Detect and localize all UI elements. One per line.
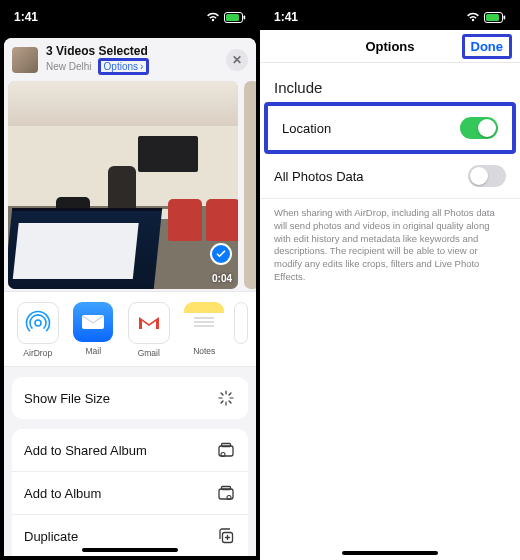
wifi-icon [466, 12, 480, 22]
options-screen: 1:41 Options Done Include Location [260, 0, 520, 560]
done-label: Done [471, 39, 504, 54]
options-navbar: Options Done [260, 30, 520, 63]
action-label: Duplicate [24, 529, 78, 544]
row-label: Location [282, 121, 331, 136]
all-photos-help-text: When sharing with AirDrop, including all… [260, 199, 520, 284]
preview-video-card[interactable]: 0:04 [8, 81, 238, 289]
location-toggle[interactable] [460, 117, 498, 139]
row-label: All Photos Data [274, 169, 364, 184]
action-label: Add to Shared Album [24, 443, 147, 458]
svg-line-12 [221, 393, 223, 395]
selection-thumbnail [12, 47, 38, 73]
share-app-gmail[interactable]: Gmail [123, 302, 175, 358]
close-icon: ✕ [232, 53, 242, 67]
svg-rect-20 [222, 487, 231, 490]
section-include-label: Include [260, 63, 520, 102]
options-link[interactable]: Options › [98, 58, 150, 75]
battery-icon [224, 12, 246, 23]
duplicate-icon [216, 526, 236, 546]
svg-line-15 [221, 401, 223, 403]
chevron-right-icon: › [140, 61, 143, 72]
svg-rect-17 [222, 444, 231, 447]
status-bar: 1:41 [260, 0, 520, 32]
row-location[interactable]: Location [264, 102, 516, 154]
app-label: Gmail [123, 348, 175, 358]
options-link-label: Options [104, 61, 138, 72]
action-list-top: Show File Size [12, 377, 248, 419]
action-add-album[interactable]: Add to Album [12, 472, 248, 515]
preview-next-card[interactable] [244, 81, 256, 289]
battery-icon [484, 12, 506, 23]
app-label: Notes [179, 346, 231, 356]
close-button[interactable]: ✕ [226, 49, 248, 71]
done-button[interactable]: Done [462, 34, 513, 59]
status-time: 1:41 [14, 10, 38, 24]
album-icon [216, 483, 236, 503]
selection-title: 3 Videos Selected [46, 44, 226, 58]
home-indicator[interactable] [82, 548, 178, 552]
status-bar: 1:41 [0, 0, 260, 32]
action-show-file-size[interactable]: Show File Size [12, 377, 248, 419]
svg-line-14 [229, 393, 231, 395]
airdrop-icon [17, 302, 59, 344]
selection-subtitle: New Delhi [46, 61, 92, 72]
share-app-airdrop[interactable]: AirDrop [12, 302, 64, 358]
wifi-icon [206, 12, 220, 22]
mail-icon [73, 302, 113, 342]
preview-strip[interactable]: 0:04 [4, 81, 256, 291]
share-app-notes[interactable]: Notes [179, 302, 231, 358]
share-header: 3 Videos Selected New Delhi Options › ✕ [4, 38, 256, 81]
selected-check-icon [210, 243, 232, 265]
svg-rect-2 [244, 15, 246, 19]
share-app-more[interactable] [234, 302, 248, 358]
svg-line-13 [229, 401, 231, 403]
all-photos-toggle[interactable] [468, 165, 506, 187]
row-all-photos-data[interactable]: All Photos Data [260, 154, 520, 199]
video-duration: 0:04 [212, 273, 232, 284]
app-label: Mail [68, 346, 120, 356]
video-thumbnail [8, 81, 238, 289]
gmail-icon [128, 302, 170, 344]
shared-album-icon [216, 440, 236, 460]
share-sheet-screen: 1:41 3 Videos Selected New Delhi [0, 0, 260, 560]
options-panel: Options Done Include Location All Photos… [260, 30, 520, 560]
svg-rect-1 [226, 14, 239, 21]
action-add-shared-album[interactable]: Add to Shared Album [12, 429, 248, 472]
action-list: Add to Shared Album Add to Album Duplica… [12, 429, 248, 556]
status-time: 1:41 [274, 10, 298, 24]
home-indicator[interactable] [342, 551, 438, 555]
share-apps-row[interactable]: AirDrop Mail Gmail [4, 291, 256, 367]
share-sheet: 3 Videos Selected New Delhi Options › ✕ [4, 38, 256, 556]
sparkle-icon [216, 388, 236, 408]
action-label: Show File Size [24, 391, 110, 406]
app-label: AirDrop [12, 348, 64, 358]
svg-rect-29 [504, 15, 506, 19]
svg-point-3 [35, 320, 41, 326]
notes-icon [184, 302, 224, 342]
options-title: Options [365, 39, 414, 54]
action-label: Add to Album [24, 486, 101, 501]
share-app-mail[interactable]: Mail [68, 302, 120, 358]
svg-rect-28 [486, 14, 499, 21]
